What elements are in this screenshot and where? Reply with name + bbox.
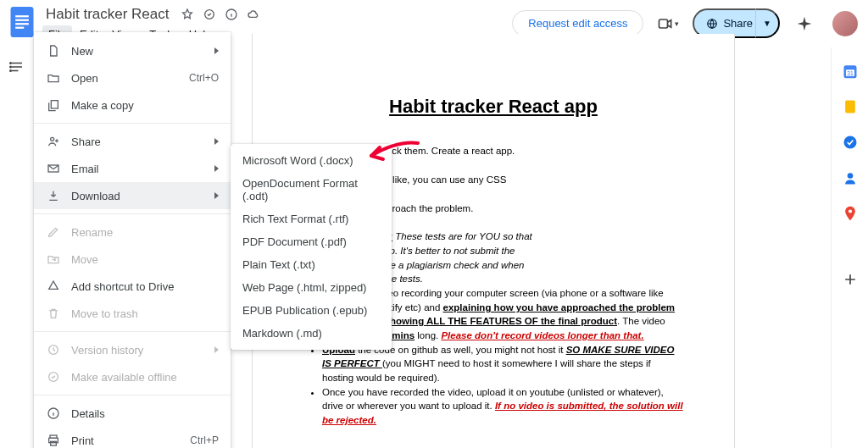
- info-outline-icon: [46, 406, 61, 421]
- history-icon: [46, 342, 61, 357]
- submenu-item-txt[interactable]: Plain Text (.txt): [231, 253, 392, 276]
- svg-point-11: [10, 70, 12, 72]
- calendar-icon[interactable]: 31: [842, 63, 859, 80]
- menu-item-email[interactable]: Email: [34, 155, 231, 182]
- outline-icon[interactable]: [4, 54, 30, 80]
- svg-point-13: [51, 137, 54, 141]
- account-avatar[interactable]: [832, 11, 858, 36]
- submenu-item-epub[interactable]: EPUB Publication (.epub): [231, 299, 392, 322]
- submenu-item-pdf[interactable]: PDF Document (.pdf): [231, 230, 392, 253]
- svg-point-27: [848, 209, 851, 213]
- offline-icon: [46, 369, 61, 384]
- menu-item-share[interactable]: Share: [34, 128, 231, 155]
- menu-item-version-history: Version history: [34, 336, 231, 363]
- maps-icon[interactable]: [842, 205, 859, 222]
- submenu-item-docx[interactable]: Microsoft Word (.docx): [231, 149, 392, 172]
- svg-point-10: [10, 66, 12, 68]
- submenu-item-md[interactable]: Markdown (.md): [231, 322, 392, 345]
- share-label: Share: [723, 17, 753, 30]
- drive-shortcut-icon: [46, 279, 61, 294]
- svg-rect-24: [845, 101, 855, 113]
- left-rail: [0, 51, 34, 80]
- copy-icon: [46, 97, 61, 113]
- list-item-novideo: Once you have recorded the video, upload…: [322, 385, 683, 428]
- svg-point-26: [847, 173, 853, 179]
- svg-rect-12: [51, 101, 58, 108]
- menu-item-rename: Rename: [34, 218, 231, 246]
- chevron-right-icon: [214, 346, 219, 353]
- trash-icon: [46, 306, 61, 321]
- doc-title[interactable]: Habit tracker React: [42, 5, 173, 24]
- chevron-right-icon: [214, 192, 219, 199]
- svg-rect-0: [11, 7, 34, 37]
- request-edit-access-button[interactable]: Request edit access: [512, 10, 643, 36]
- menu-item-make-copy[interactable]: Make a copy: [34, 91, 231, 119]
- keep-icon[interactable]: [842, 98, 859, 115]
- svg-point-9: [10, 63, 12, 64]
- pencil-icon: [46, 224, 61, 240]
- badge-icon[interactable]: [202, 7, 217, 22]
- menu-item-download[interactable]: Download: [34, 182, 231, 209]
- svg-text:31: 31: [847, 70, 854, 76]
- docs-logo-icon[interactable]: [10, 7, 34, 37]
- folder-open-icon: [46, 70, 61, 86]
- person-add-icon: [46, 134, 61, 149]
- print-icon: [46, 433, 61, 448]
- chevron-right-icon: [214, 47, 219, 54]
- submenu-item-rtf[interactable]: Rich Text Format (.rtf): [231, 207, 392, 230]
- file-blank-icon: [46, 43, 61, 58]
- svg-rect-3: [15, 23, 29, 25]
- svg-rect-4: [15, 27, 24, 29]
- svg-rect-7: [659, 19, 668, 28]
- menu-item-details[interactable]: Details: [34, 400, 231, 427]
- chevron-right-icon: [214, 165, 219, 172]
- gemini-icon[interactable]: [792, 11, 817, 36]
- chevron-right-icon: [214, 138, 219, 145]
- menu-item-open[interactable]: Open Ctrl+O: [34, 64, 231, 91]
- svg-point-25: [843, 136, 856, 149]
- menu-item-print[interactable]: Print Ctrl+P: [34, 427, 231, 448]
- tasks-icon[interactable]: [842, 134, 859, 151]
- download-icon: [46, 188, 61, 203]
- menu-item-add-shortcut[interactable]: Add shortcut to Drive: [34, 273, 231, 300]
- meet-icon[interactable]: ▾: [655, 11, 681, 36]
- download-submenu: Microsoft Word (.docx) OpenDocument Form…: [231, 144, 392, 350]
- side-panel: 31: [831, 47, 868, 448]
- svg-rect-1: [15, 15, 29, 17]
- cloud-icon[interactable]: [246, 7, 261, 22]
- email-icon: [46, 161, 61, 176]
- contacts-icon[interactable]: [842, 169, 859, 186]
- add-icon[interactable]: [842, 271, 859, 288]
- menu-item-move-trash: Move to trash: [34, 300, 231, 327]
- svg-rect-2: [15, 19, 29, 21]
- menu-item-move: Move: [34, 246, 231, 273]
- menu-item-new[interactable]: New: [34, 37, 231, 64]
- info-icon[interactable]: [224, 7, 239, 22]
- star-icon[interactable]: [180, 7, 195, 22]
- page-title: Habit tracker React app: [303, 93, 683, 120]
- submenu-item-odt[interactable]: OpenDocument Format (.odt): [231, 172, 392, 207]
- folder-move-icon: [46, 252, 61, 267]
- file-dropdown-menu: New Open Ctrl+O Make a copy Share Email …: [34, 32, 231, 448]
- submenu-item-html[interactable]: Web Page (.html, zipped): [231, 276, 392, 299]
- menu-item-offline: Make available offline: [34, 363, 231, 390]
